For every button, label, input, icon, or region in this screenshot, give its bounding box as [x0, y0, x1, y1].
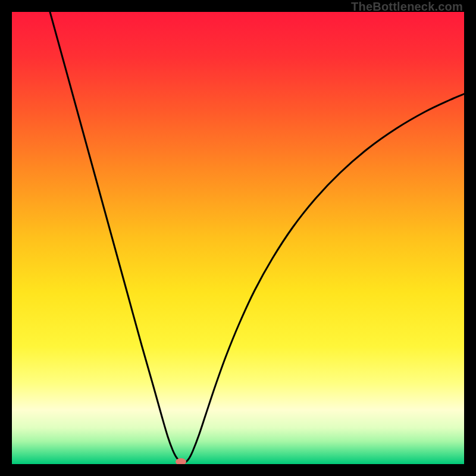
- bottleneck-chart: [12, 12, 464, 464]
- chart-frame: [12, 12, 464, 464]
- gradient-background: [12, 12, 464, 464]
- watermark-text: TheBottleneck.com: [351, 0, 463, 14]
